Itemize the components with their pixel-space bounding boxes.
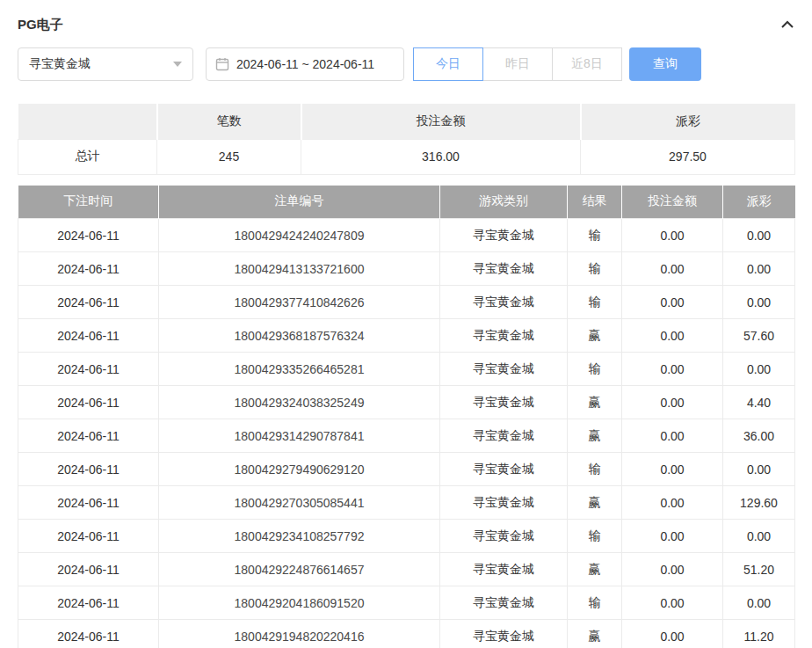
cell-bet-amount: 0.00 [622, 353, 723, 386]
summary-header-empty [18, 104, 157, 139]
cell-result: 赢 [568, 620, 622, 648]
table-row: 2024-06-11 1800429234108257792 寻宝黄金城 输 0… [18, 520, 795, 553]
cell-result: 输 [568, 219, 622, 252]
cell-result: 输 [568, 453, 622, 486]
cell-game-category: 寻宝黄金城 [440, 520, 568, 553]
cell-bet-amount: 0.00 [622, 486, 723, 520]
calendar-icon [215, 57, 229, 71]
cell-bet-amount: 0.00 [622, 252, 723, 286]
cell-bet-amount: 0.00 [622, 453, 723, 486]
cell-bet-time: 2024-06-11 [18, 252, 159, 286]
today-button[interactable]: 今日 [413, 47, 483, 81]
query-button[interactable]: 查询 [629, 47, 701, 81]
header-bet-time: 下注时间 [18, 186, 159, 219]
cell-game-category: 寻宝黄金城 [440, 586, 568, 620]
cell-bet-time: 2024-06-11 [18, 586, 159, 620]
chevron-up-icon [780, 19, 794, 30]
cell-result: 输 [568, 520, 622, 553]
cell-bet-id: 1800429335266465281 [159, 353, 440, 386]
cell-bet-time: 2024-06-11 [18, 486, 159, 520]
summary-total-label: 总计 [18, 139, 157, 174]
header-bet-id: 注单编号 [159, 186, 440, 219]
cell-payout: 0.00 [723, 586, 795, 620]
table-row: 2024-06-11 1800429335266465281 寻宝黄金城 输 0… [18, 353, 795, 386]
filter-bar: 寻宝黄金城 2024-06-11 ~ 2024-06-11 今日 昨日 近8日 … [18, 47, 794, 81]
cell-bet-id: 1800429424240247809 [159, 219, 440, 252]
cell-result: 输 [568, 286, 622, 319]
summary-header-payout: 派彩 [581, 104, 795, 139]
cell-result: 赢 [568, 319, 622, 353]
cell-payout: 0.00 [723, 286, 795, 319]
cell-bet-amount: 0.00 [622, 286, 723, 319]
summary-header-count: 笔数 [157, 104, 301, 139]
pg-panel: PG电子 寻宝黄金城 2024-06-11 ~ 2024-06-11 今日 昨日… [0, 0, 812, 648]
cell-payout: 0.00 [723, 453, 795, 486]
cell-result: 赢 [568, 553, 622, 586]
cell-bet-id: 1800429234108257792 [159, 520, 440, 553]
game-select[interactable]: 寻宝黄金城 [18, 47, 193, 81]
cell-bet-id: 1800429224876614657 [159, 553, 440, 586]
cell-bet-id: 1800429194820220416 [159, 620, 440, 648]
cell-game-category: 寻宝黄金城 [440, 386, 568, 419]
header-result: 结果 [568, 186, 622, 219]
cell-result: 赢 [568, 486, 622, 520]
cell-bet-time: 2024-06-11 [18, 386, 159, 419]
cell-bet-amount: 0.00 [622, 419, 723, 453]
summary-table: 笔数 投注金额 派彩 总计 245 316.00 297.50 [18, 104, 795, 175]
cell-bet-amount: 0.00 [622, 386, 723, 419]
cell-result: 输 [568, 586, 622, 620]
cell-game-category: 寻宝黄金城 [440, 453, 568, 486]
bet-table-header-row: 下注时间 注单编号 游戏类别 结果 投注金额 派彩 [18, 186, 795, 219]
table-row: 2024-06-11 1800429279490629120 寻宝黄金城 输 0… [18, 453, 795, 486]
collapse-panel-button[interactable] [780, 19, 794, 30]
table-row: 2024-06-11 1800429368187576324 寻宝黄金城 赢 0… [18, 319, 795, 353]
cell-bet-time: 2024-06-11 [18, 219, 159, 252]
table-row: 2024-06-11 1800429413133721600 寻宝黄金城 输 0… [18, 252, 795, 286]
cell-bet-time: 2024-06-11 [18, 553, 159, 586]
cell-bet-id: 1800429368187576324 [159, 319, 440, 353]
cell-game-category: 寻宝黄金城 [440, 219, 568, 252]
last-8-days-button[interactable]: 近8日 [552, 47, 622, 81]
header-game-category: 游戏类别 [440, 186, 568, 219]
table-row: 2024-06-11 1800429204186091520 寻宝黄金城 输 0… [18, 586, 795, 620]
summary-total-payout: 297.50 [581, 139, 795, 174]
cell-game-category: 寻宝黄金城 [440, 553, 568, 586]
cell-bet-amount: 0.00 [622, 520, 723, 553]
cell-bet-amount: 0.00 [622, 319, 723, 353]
cell-game-category: 寻宝黄金城 [440, 353, 568, 386]
summary-total-count: 245 [157, 139, 301, 174]
bet-records-table: 下注时间 注单编号 游戏类别 结果 投注金额 派彩 2024-06-11 180… [18, 186, 795, 648]
cell-result: 输 [568, 252, 622, 286]
cell-bet-amount: 0.00 [622, 219, 723, 252]
quick-date-buttons: 今日 昨日 近8日 [413, 47, 622, 81]
cell-bet-time: 2024-06-11 [18, 453, 159, 486]
cell-payout: 4.40 [723, 386, 795, 419]
cell-payout: 0.00 [723, 219, 795, 252]
cell-payout: 57.60 [723, 319, 795, 353]
table-row: 2024-06-11 1800429324038325249 寻宝黄金城 赢 0… [18, 386, 795, 419]
cell-payout: 129.60 [723, 486, 795, 520]
summary-total-row: 总计 245 316.00 297.50 [18, 139, 795, 174]
cell-bet-id: 1800429413133721600 [159, 252, 440, 286]
cell-bet-id: 1800429204186091520 [159, 586, 440, 620]
cell-bet-time: 2024-06-11 [18, 319, 159, 353]
summary-total-bet-amount: 316.00 [301, 139, 581, 174]
cell-game-category: 寻宝黄金城 [440, 252, 568, 286]
cell-bet-id: 1800429324038325249 [159, 386, 440, 419]
cell-bet-time: 2024-06-11 [18, 620, 159, 648]
yesterday-button[interactable]: 昨日 [482, 47, 553, 81]
cell-payout: 36.00 [723, 419, 795, 453]
caret-down-icon [173, 62, 182, 67]
header-payout: 派彩 [723, 186, 795, 219]
table-row: 2024-06-11 1800429424240247809 寻宝黄金城 输 0… [18, 219, 795, 252]
cell-payout: 0.00 [723, 520, 795, 553]
cell-game-category: 寻宝黄金城 [440, 419, 568, 453]
cell-game-category: 寻宝黄金城 [440, 286, 568, 319]
cell-game-category: 寻宝黄金城 [440, 319, 568, 353]
cell-bet-amount: 0.00 [622, 553, 723, 586]
cell-bet-time: 2024-06-11 [18, 286, 159, 319]
header-bet-amount: 投注金额 [622, 186, 723, 219]
date-range-picker[interactable]: 2024-06-11 ~ 2024-06-11 [206, 47, 404, 81]
cell-result: 赢 [568, 386, 622, 419]
cell-bet-id: 1800429279490629120 [159, 453, 440, 486]
